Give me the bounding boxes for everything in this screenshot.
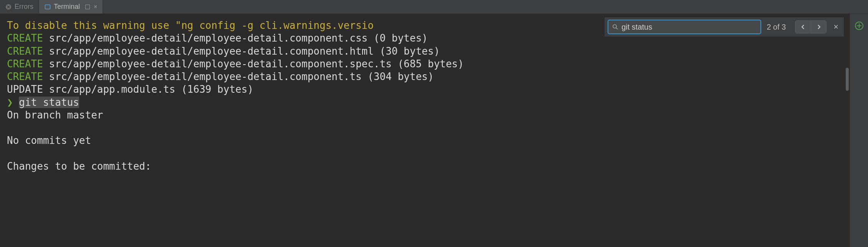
search-icon (612, 24, 618, 30)
prompt-command: git status (19, 97, 79, 108)
terminal-line: src/app/employee-detail/employee-detail.… (43, 45, 440, 57)
tab-label: Errors (15, 3, 33, 11)
find-close-button[interactable]: × (832, 22, 840, 32)
close-tab-icon[interactable]: × (94, 4, 97, 10)
find-prev-button[interactable] (795, 21, 811, 33)
scrollbar-thumb[interactable] (846, 68, 849, 91)
svg-point-2 (613, 25, 616, 28)
tool-window-tabbar: Errors Terminal × (0, 0, 868, 14)
find-input[interactable] (621, 23, 757, 32)
update-prefix: UPDATE (7, 83, 43, 95)
tab-errors[interactable]: Errors (0, 0, 39, 13)
prompt-symbol: ❯ (7, 97, 13, 108)
svg-line-3 (616, 28, 618, 29)
svg-rect-1 (45, 5, 50, 9)
create-prefix: CREATE (7, 58, 43, 70)
right-gutter (850, 14, 868, 247)
terminal-output: To disable this warning use "ng config -… (7, 19, 848, 173)
find-bar: 2 of 3 × (604, 17, 844, 37)
find-field[interactable] (608, 20, 761, 34)
error-icon (5, 4, 12, 10)
terminal-icon (45, 4, 51, 10)
terminal-line: src/app/app.module.ts (1639 bytes) (43, 83, 253, 95)
terminal-line: src/app/employee-detail/employee-detail.… (43, 32, 428, 44)
terminal-line: src/app/employee-detail/employee-detail.… (43, 58, 464, 70)
tab-actions: × (85, 4, 97, 10)
find-count: 2 of 3 (767, 23, 790, 32)
terminal-warning-line: To disable this warning use "ng config -… (7, 20, 374, 31)
create-prefix: CREATE (7, 32, 43, 44)
terminal-line: No commits yet (7, 135, 91, 146)
add-session-button[interactable] (855, 22, 863, 30)
terminal-line: Changes to be committed: (7, 160, 151, 172)
tab-terminal[interactable]: Terminal × (39, 0, 103, 13)
chevron-left-icon (801, 25, 805, 29)
tab-label: Terminal (54, 3, 80, 11)
terminal-panel[interactable]: To disable this warning use "ng config -… (0, 14, 850, 247)
create-prefix: CREATE (7, 71, 43, 82)
detach-icon[interactable] (85, 5, 90, 9)
chevron-right-icon (817, 25, 821, 29)
find-nav (795, 20, 827, 33)
main-area: To disable this warning use "ng config -… (0, 14, 868, 247)
create-prefix: CREATE (7, 45, 43, 57)
terminal-line: src/app/employee-detail/employee-detail.… (43, 71, 434, 82)
terminal-line: On branch master (7, 109, 103, 121)
find-next-button[interactable] (811, 21, 826, 33)
